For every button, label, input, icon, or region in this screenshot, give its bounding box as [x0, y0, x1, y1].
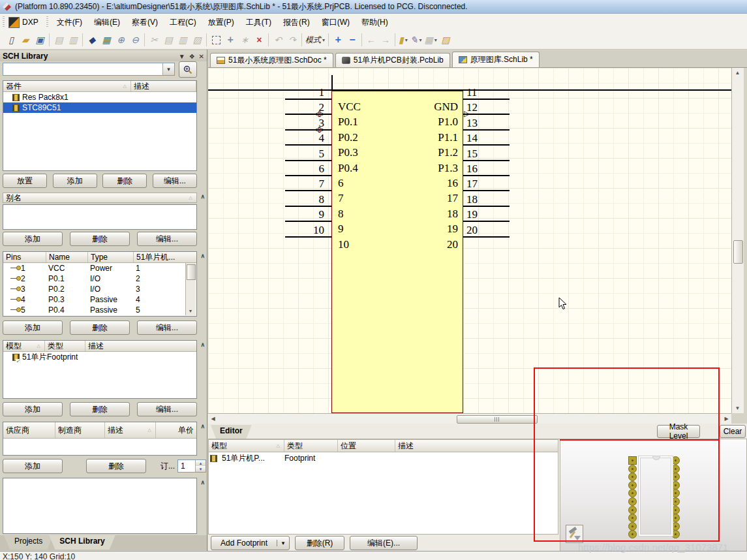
back-icon[interactable]: ←	[364, 33, 378, 47]
column-header[interactable]: 供应商	[3, 422, 55, 438]
column-header[interactable]: Type	[88, 252, 134, 262]
component-action-button[interactable]: 删除	[102, 174, 147, 188]
column-header[interactable]: 描述	[131, 81, 196, 91]
remove-part-icon[interactable]: −	[345, 33, 359, 47]
Res Pack8x1[interactable]: Res Pack8x1	[3, 92, 196, 102]
order-qty-stepper[interactable]: 1 ▲▼	[177, 459, 206, 473]
edit-footprint-button[interactable]: 编辑(E)...	[350, 536, 418, 550]
canvas-horizontal-scrollbar[interactable]: ◀ ▶	[208, 413, 731, 424]
column-header[interactable]: 描述	[395, 440, 558, 452]
supplier-action-button[interactable]: 添加	[3, 459, 63, 473]
detail-empty-list[interactable]	[3, 478, 197, 534]
document-tab[interactable]: 原理图库.SchLib *	[452, 52, 540, 67]
panel-tab[interactable]: Projects	[4, 535, 53, 550]
menu-item[interactable]: 帮助(H)	[356, 16, 394, 29]
column-header[interactable]: 器件△	[3, 81, 131, 91]
clear-filter-icon[interactable]: ×	[252, 33, 266, 47]
column-header[interactable]: 描述△	[105, 422, 156, 438]
panel-pin-icon[interactable]: ❖	[189, 53, 195, 60]
drawing-tool-icon[interactable]: ✎	[409, 33, 423, 47]
save-icon[interactable]: ▣	[33, 33, 47, 47]
add-part-icon[interactable]: +	[331, 33, 345, 47]
component-action-button[interactable]: 编辑...	[153, 174, 197, 188]
alias-action-button[interactable]: 添加	[3, 232, 63, 246]
pin-action-button[interactable]: 添加	[3, 320, 63, 335]
model-action-button[interactable]: 添加	[3, 402, 63, 416]
add-footprint-button[interactable]: Add Footprint	[211, 536, 290, 550]
pin-row[interactable]: 4 P0.3 Passive 4	[3, 294, 196, 305]
collapse-supplier-icon[interactable]: ∧	[200, 423, 205, 429]
model-action-button[interactable]: 删除	[70, 402, 130, 416]
panel-tab[interactable]: SCH Library	[49, 535, 115, 550]
scrollbar-thumb[interactable]	[187, 264, 196, 280]
menu-item[interactable]: 察看(V)	[126, 16, 164, 29]
model-action-button[interactable]: 编辑...	[137, 402, 197, 416]
zoom-in-icon[interactable]: ⊕	[114, 33, 128, 47]
collapse-alias-icon[interactable]: ∧	[200, 193, 205, 200]
menu-item[interactable]: 编辑(E)	[88, 16, 126, 29]
component-action-button[interactable]: 添加	[53, 174, 97, 188]
alias-action-button[interactable]: 删除	[70, 232, 130, 246]
column-header[interactable]: Name	[46, 252, 88, 262]
alias-header[interactable]: 别名△	[3, 193, 197, 203]
pin-action-button[interactable]: 编辑...	[137, 320, 197, 335]
column-header[interactable]: 51单片机...	[134, 252, 196, 262]
document-tab[interactable]: 51最小系统原理图.SchDoc *	[210, 53, 333, 67]
51单片机P...[interactable]: 51单片机P... Footprint	[209, 452, 558, 464]
open-document-icon[interactable]: ▰	[18, 33, 33, 47]
pin-row[interactable]: 5 P0.4 Passive 5	[3, 305, 196, 315]
grid-tool-icon[interactable]: ▦	[423, 33, 438, 47]
footprint-tool-icon[interactable]	[566, 525, 583, 543]
collapse-model-icon[interactable]: ∧	[200, 341, 205, 348]
alias-list[interactable]	[3, 204, 197, 230]
column-header[interactable]: 模型△	[3, 341, 45, 351]
scroll-down-icon[interactable]: ▼	[187, 307, 194, 315]
stepper-up-icon[interactable]: ▲	[196, 460, 206, 466]
menu-item[interactable]: 放置(P)	[202, 16, 240, 29]
pins-scrollbar[interactable]: ▼	[185, 263, 196, 315]
paste-array-icon[interactable]: ▧	[190, 33, 204, 47]
cross-probe-icon[interactable]: ∗	[237, 33, 252, 47]
zoom-out-icon[interactable]: ⊖	[128, 33, 142, 47]
51单片机PCB封装[interactable]: 51单片机PCB封装 Footprint	[3, 352, 196, 362]
print-icon[interactable]: ▤	[52, 33, 66, 47]
mask-level-button[interactable]: Mask Level	[657, 425, 700, 438]
copy-icon[interactable]: ▤	[161, 33, 175, 47]
scroll-right-icon[interactable]: ▶	[722, 414, 731, 423]
new-document-icon[interactable]: ▯	[4, 33, 18, 47]
clear-button[interactable]: Clear	[720, 425, 746, 438]
menu-item[interactable]: 窗口(W)	[316, 16, 356, 29]
menu-item[interactable]: 工程(C)	[164, 16, 202, 29]
scroll-up-icon[interactable]: ▲	[732, 68, 743, 78]
mode-button[interactable]: 模式	[304, 33, 326, 47]
column-header[interactable]: 位置	[338, 440, 395, 452]
select-area-icon[interactable]	[209, 33, 223, 47]
column-header[interactable]: 制造商	[55, 422, 105, 438]
scroll-left-icon[interactable]: ◀	[208, 414, 218, 423]
editor-tab[interactable]: Editor	[211, 425, 252, 439]
column-header[interactable]: 模型△	[209, 440, 284, 452]
schematic-canvas[interactable]: 1 VCC 2 ◁▷ P0.1 3 ◁▷ P0.2	[208, 68, 731, 413]
column-header[interactable]: 类型	[45, 341, 85, 351]
column-header[interactable]: 描述	[85, 341, 196, 351]
cut-icon[interactable]: ✂	[147, 33, 161, 47]
forward-icon[interactable]: →	[378, 33, 393, 47]
component-filter-input[interactable]	[3, 63, 162, 75]
add-footprint-dropdown-icon[interactable]	[277, 540, 289, 546]
pin-row[interactable]: 1 VCC Power 1	[3, 263, 196, 273]
scrollbar-thumb[interactable]	[457, 415, 538, 424]
column-header[interactable]: 类型	[284, 440, 338, 452]
document-tab[interactable]: 51单片机PCB封装.PcbLib	[335, 53, 450, 67]
dxp-menu[interactable]: DXP	[7, 16, 44, 29]
paste-icon[interactable]: ▥	[175, 33, 190, 47]
pin-action-button[interactable]: 删除	[70, 320, 130, 335]
pin-row[interactable]: 2 P0.1 I/O 2	[3, 273, 196, 284]
library-grid-icon[interactable]: ▦	[99, 33, 114, 47]
panel-menu-icon[interactable]: ▼	[179, 53, 185, 60]
collapse-pins-icon[interactable]: ∧	[200, 253, 205, 259]
stepper-down-icon[interactable]: ▼	[196, 466, 206, 472]
undo-icon[interactable]: ↶	[271, 33, 285, 47]
collapse-detail-icon[interactable]: ∧	[200, 479, 205, 486]
alias-action-button[interactable]: 编辑...	[137, 232, 197, 246]
scrollbar-thumb[interactable]	[733, 240, 743, 264]
